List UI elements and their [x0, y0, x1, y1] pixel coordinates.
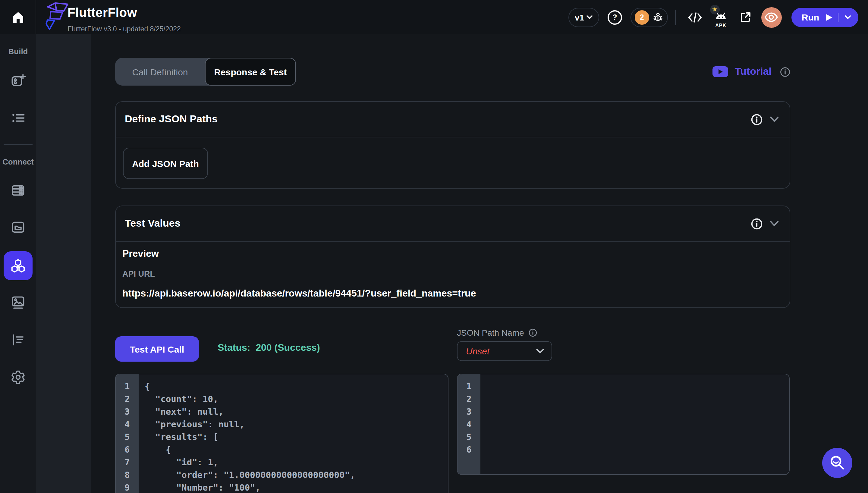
tab-response-test[interactable]: Response & Test — [205, 58, 296, 86]
nav-item-database[interactable] — [0, 183, 36, 198]
nav-item-page-selector[interactable] — [0, 110, 36, 126]
line-number: 6 — [116, 444, 139, 456]
dropdown-value: Unset — [466, 346, 490, 356]
response-editor[interactable]: 123456789 { "count": 10, "next": null, "… — [115, 374, 449, 493]
line-number: 3 — [457, 406, 480, 418]
issue-count-badge: 2 — [635, 10, 649, 24]
home-button[interactable] — [0, 0, 36, 34]
version-dropdown[interactable]: v1 — [568, 7, 599, 27]
nav-item-files[interactable] — [0, 219, 36, 235]
nav-item-widget-palette[interactable] — [0, 73, 36, 89]
tab-call-definition[interactable]: Call Definition — [115, 58, 205, 86]
json-path-name-info-icon[interactable] — [529, 328, 537, 337]
code-line: { — [145, 444, 355, 456]
add-json-path-button[interactable]: Add JSON Path — [123, 148, 208, 179]
line-number: 5 — [457, 431, 480, 444]
line-number-gutter: 123456 — [457, 374, 480, 474]
nav-item-api-calls[interactable] — [0, 251, 36, 280]
nav-item-app-state[interactable] — [0, 332, 36, 348]
version-label: v1 — [575, 12, 584, 22]
test-values-info-icon[interactable] — [751, 218, 762, 229]
status-value: 200 (Success) — [256, 342, 320, 352]
define-json-paths-card: Define JSON Paths Add JSON Path — [115, 101, 790, 189]
line-number: 8 — [116, 469, 139, 481]
tutorial-link-row: Tutorial — [713, 66, 790, 78]
collapse-chevron-icon[interactable] — [770, 220, 779, 227]
chevron-down-icon — [586, 15, 592, 19]
line-number: 6 — [457, 444, 480, 456]
build-apk-button[interactable]: ★ APK — [711, 6, 731, 28]
top-header: FlutterFlow FlutterFlow v3.0 - updated 8… — [0, 0, 868, 34]
logs-icon — [10, 332, 26, 348]
home-icon — [10, 10, 25, 24]
line-number: 9 — [116, 481, 139, 493]
preview-label: Preview — [122, 248, 159, 259]
android-icon — [714, 10, 728, 20]
nav-section-connect: Connect — [0, 157, 36, 166]
line-number: 2 — [457, 393, 480, 406]
code-content — [480, 374, 486, 474]
collapse-chevron-icon[interactable] — [770, 116, 779, 122]
line-number: 3 — [116, 406, 139, 418]
json-paths-info-icon[interactable] — [751, 114, 762, 125]
secondary-panel — [36, 34, 91, 493]
nav-section-build: Build — [0, 47, 36, 56]
folder-icon — [10, 219, 26, 235]
app-subtitle: FlutterFlow v3.0 - updated 8/25/2022 — [67, 25, 181, 33]
preview-mode-button[interactable] — [761, 7, 782, 27]
tutorial-link[interactable]: Tutorial — [735, 66, 772, 78]
support-fab[interactable] — [822, 448, 852, 478]
app-title: FlutterFlow — [67, 6, 181, 19]
define-json-paths-title: Define JSON Paths — [125, 113, 218, 125]
line-number: 1 — [457, 380, 480, 393]
code-icon — [688, 12, 702, 23]
list-icon — [10, 110, 26, 126]
code-line: { — [145, 380, 355, 393]
play-icon — [825, 13, 833, 21]
api-url-label: API URL — [122, 270, 155, 278]
open-in-new-button[interactable] — [740, 11, 752, 23]
nav-rail: Build Connect — [0, 34, 36, 493]
tab-bar: Call Definition Response & Test — [115, 58, 296, 86]
eye-icon — [765, 12, 779, 22]
flutterflow-logo — [45, 2, 69, 30]
main-content: Call Definition Response & Test Tutorial… — [91, 34, 868, 493]
api-calls-icon — [9, 257, 26, 274]
flutterflow-app: FlutterFlow FlutterFlow v3.0 - updated 8… — [0, 0, 868, 493]
brand-text: FlutterFlow FlutterFlow v3.0 - updated 8… — [67, 2, 181, 33]
json-path-name-dropdown[interactable]: Unset — [457, 341, 552, 361]
line-number: 4 — [457, 418, 480, 431]
code-line: "Number": "100", — [145, 481, 355, 493]
line-number: 5 — [116, 431, 139, 444]
run-label: Run — [802, 12, 819, 22]
test-values-title: Test Values — [125, 218, 180, 230]
apk-label: APK — [711, 23, 731, 28]
dropdown-chevron-icon — [536, 348, 544, 354]
tutorial-info-icon[interactable] — [780, 67, 790, 77]
help-icon: ? — [612, 13, 617, 22]
help-button[interactable]: ? — [608, 10, 622, 24]
code-line: "next": null, — [145, 406, 355, 418]
brand: FlutterFlow FlutterFlow v3.0 - updated 8… — [45, 2, 181, 33]
test-api-call-button[interactable]: Test API Call — [115, 336, 199, 362]
run-button[interactable]: Run — [791, 7, 859, 27]
run-button-divider — [838, 12, 839, 22]
nav-item-settings[interactable] — [0, 369, 36, 385]
run-options-chevron-icon[interactable] — [845, 15, 851, 19]
nav-item-media-assets[interactable] — [0, 295, 36, 310]
json-path-preview-editor[interactable]: 123456 — [457, 374, 790, 475]
server-icon — [10, 183, 26, 198]
define-json-paths-header: Define JSON Paths — [116, 102, 790, 137]
media-icon — [10, 295, 26, 310]
json-path-name-row: JSON Path Name — [457, 328, 537, 338]
code-line: "results": [ — [145, 431, 355, 444]
youtube-icon[interactable] — [713, 66, 728, 77]
code-line: "order": "1.00000000000000000000", — [145, 469, 355, 481]
view-code-button[interactable] — [688, 12, 702, 23]
status-text: Status: 200 (Success) — [218, 342, 320, 353]
api-calls-selected-background — [4, 251, 32, 280]
status-label: Status: — [218, 342, 250, 352]
issues-button[interactable]: 2 — [630, 7, 668, 27]
line-number: 7 — [116, 456, 139, 469]
code-line: "previous": null, — [145, 418, 355, 431]
